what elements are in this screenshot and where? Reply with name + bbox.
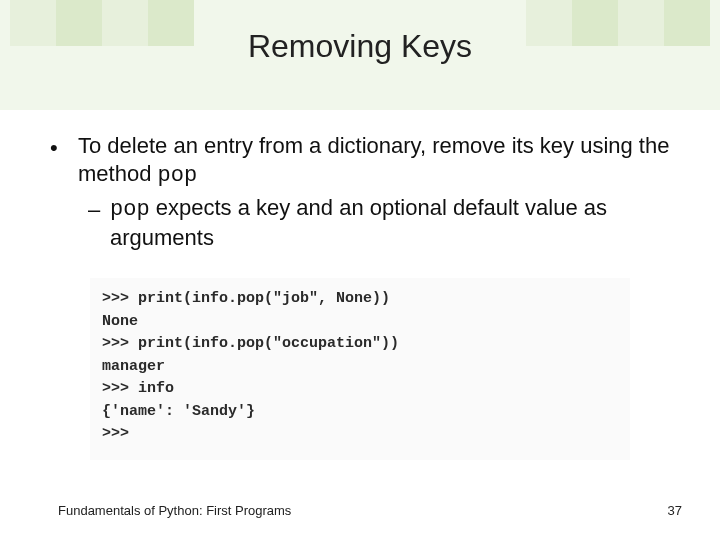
code-example: >>> print(info.pop("job", None)) None >>…: [90, 278, 630, 460]
sub-method-name: pop: [110, 197, 150, 222]
sub-bullet-text: pop expects a key and an optional defaul…: [110, 194, 670, 252]
bullet-method-name: pop: [158, 163, 198, 188]
bullet-item: • To delete an entry from a dictionary, …: [50, 132, 670, 190]
sub-bullet-item: – pop expects a key and an optional defa…: [88, 194, 670, 252]
slide-title: Removing Keys: [0, 28, 720, 65]
slide-content: • To delete an entry from a dictionary, …: [50, 132, 670, 253]
bullet-marker: •: [50, 132, 78, 162]
sub-text-part: expects a key and an optional default va…: [110, 195, 607, 250]
footer-source: Fundamentals of Python: First Programs: [58, 503, 291, 518]
sub-bullet-marker: –: [88, 194, 110, 224]
bullet-text: To delete an entry from a dictionary, re…: [78, 132, 670, 190]
footer-page-number: 37: [668, 503, 682, 518]
